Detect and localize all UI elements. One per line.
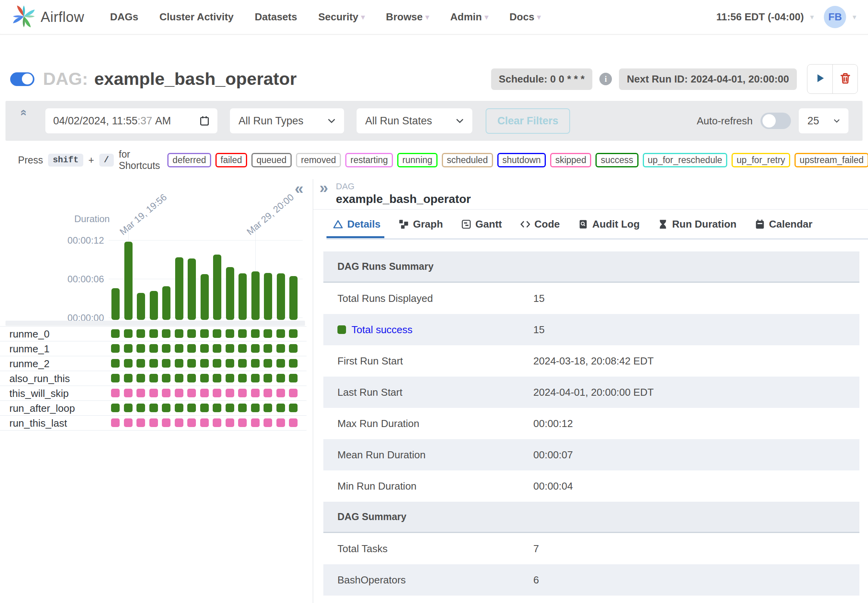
task-instance-square[interactable] xyxy=(226,389,234,397)
task-instance-square[interactable] xyxy=(187,404,196,412)
task-instance-square[interactable] xyxy=(187,344,196,353)
tab-graph[interactable]: Graph xyxy=(398,218,443,230)
legend-badge-up_for_reschedule[interactable]: up_for_reschedule xyxy=(643,153,728,167)
task-instance-square[interactable] xyxy=(264,389,272,397)
avatar[interactable]: FB xyxy=(824,6,846,28)
nav-item-datasets[interactable]: Datasets xyxy=(255,11,297,23)
task-instance-square[interactable] xyxy=(200,359,209,368)
task-instance-square[interactable] xyxy=(264,374,272,382)
task-instance-square[interactable] xyxy=(238,404,247,412)
task-instance-square[interactable] xyxy=(149,374,158,382)
task-instance-square[interactable] xyxy=(238,344,247,353)
task-instance-square[interactable] xyxy=(124,344,133,353)
task-instance-square[interactable] xyxy=(149,389,158,397)
task-instance-square[interactable] xyxy=(276,344,285,353)
tab-run-duration[interactable]: Run Duration xyxy=(658,218,737,230)
legend-badge-restarting[interactable]: restarting xyxy=(345,153,393,167)
task-instance-square[interactable] xyxy=(226,329,234,338)
task-instance-square[interactable] xyxy=(251,374,260,382)
task-instance-square[interactable] xyxy=(111,329,120,338)
dag-run-bar[interactable] xyxy=(137,293,145,320)
task-instance-square[interactable] xyxy=(289,374,298,382)
task-instance-square[interactable] xyxy=(124,329,133,338)
task-instance-square[interactable] xyxy=(264,404,272,412)
legend-badge-shutdown[interactable]: shutdown xyxy=(497,153,546,167)
task-instance-square[interactable] xyxy=(213,389,221,397)
task-instance-square[interactable] xyxy=(251,344,260,353)
auto-refresh-toggle[interactable] xyxy=(760,113,791,129)
nav-item-dags[interactable]: DAGs xyxy=(110,11,138,23)
task-instance-square[interactable] xyxy=(251,418,260,427)
task-instance-square[interactable] xyxy=(226,374,234,382)
dag-run-bar[interactable] xyxy=(277,273,285,320)
task-instance-square[interactable] xyxy=(238,329,247,338)
trigger-dag-button[interactable] xyxy=(807,65,832,93)
task-instance-square[interactable] xyxy=(276,374,285,382)
dag-run-bar[interactable] xyxy=(289,276,298,320)
task-instance-square[interactable] xyxy=(162,389,170,397)
tab-code[interactable]: Code xyxy=(520,218,560,230)
legend-badge-queued[interactable]: queued xyxy=(251,153,292,167)
legend-badge-failed[interactable]: failed xyxy=(215,153,247,167)
nav-item-browse[interactable]: Browse▾ xyxy=(386,11,429,23)
task-name[interactable]: run_this_last xyxy=(9,417,67,429)
task-instance-square[interactable] xyxy=(289,329,298,338)
nav-item-cluster-activity[interactable]: Cluster Activity xyxy=(160,11,234,23)
task-instance-square[interactable] xyxy=(289,359,298,368)
dag-run-bar[interactable] xyxy=(264,273,272,320)
task-instance-square[interactable] xyxy=(162,374,170,382)
task-instance-square[interactable] xyxy=(264,329,272,338)
task-name[interactable]: this_will_skip xyxy=(9,388,69,400)
dag-run-bar[interactable] xyxy=(226,267,234,320)
task-instance-square[interactable] xyxy=(276,359,285,368)
task-name[interactable]: runme_0 xyxy=(9,328,50,340)
task-instance-square[interactable] xyxy=(251,404,260,412)
clear-filters-button[interactable]: Clear Filters xyxy=(486,108,570,134)
task-instance-square[interactable] xyxy=(251,329,260,338)
task-instance-square[interactable] xyxy=(289,418,298,427)
collapse-grid-icon[interactable]: « xyxy=(295,180,303,197)
task-instance-square[interactable] xyxy=(136,344,145,353)
delete-dag-button[interactable] xyxy=(832,65,857,93)
legend-badge-upstream_failed[interactable]: upstream_failed xyxy=(794,153,868,167)
legend-badge-skipped[interactable]: skipped xyxy=(550,153,591,167)
task-instance-square[interactable] xyxy=(264,344,272,353)
task-instance-square[interactable] xyxy=(213,359,221,368)
task-instance-square[interactable] xyxy=(149,344,158,353)
dag-run-bar[interactable] xyxy=(150,291,158,320)
task-instance-square[interactable] xyxy=(149,418,158,427)
task-instance-square[interactable] xyxy=(136,389,145,397)
tab-gantt[interactable]: Gantt xyxy=(461,218,502,230)
tab-details[interactable]: Details xyxy=(333,218,380,230)
legend-badge-deferred[interactable]: deferred xyxy=(167,153,211,167)
page-size-select[interactable]: 25 xyxy=(799,108,848,133)
tab-calendar[interactable]: Calendar xyxy=(755,218,812,230)
base-date-input[interactable]: 04/02/2024, 11:55:37 AM xyxy=(45,108,217,133)
task-instance-square[interactable] xyxy=(289,389,298,397)
nav-item-admin[interactable]: Admin▾ xyxy=(450,11,488,23)
task-instance-square[interactable] xyxy=(162,344,170,353)
task-instance-square[interactable] xyxy=(251,359,260,368)
task-instance-square[interactable] xyxy=(149,404,158,412)
task-instance-square[interactable] xyxy=(276,329,285,338)
task-instance-square[interactable] xyxy=(111,344,120,353)
task-instance-square[interactable] xyxy=(175,389,183,397)
task-instance-square[interactable] xyxy=(124,389,133,397)
task-instance-square[interactable] xyxy=(175,329,183,338)
task-instance-square[interactable] xyxy=(213,404,221,412)
task-instance-square[interactable] xyxy=(162,329,170,338)
task-instance-square[interactable] xyxy=(289,404,298,412)
dag-run-bar[interactable] xyxy=(111,288,120,320)
task-instance-square[interactable] xyxy=(226,404,234,412)
task-instance-square[interactable] xyxy=(276,418,285,427)
task-instance-square[interactable] xyxy=(162,404,170,412)
expand-panel-icon[interactable]: » xyxy=(319,179,328,197)
task-instance-square[interactable] xyxy=(124,374,133,382)
calendar-input-icon[interactable] xyxy=(199,115,210,126)
task-instance-square[interactable] xyxy=(111,404,120,412)
legend-badge-removed[interactable]: removed xyxy=(296,153,341,167)
legend-badge-scheduled[interactable]: scheduled xyxy=(442,153,493,167)
legend-badge-up_for_retry[interactable]: up_for_retry xyxy=(732,153,790,167)
task-instance-square[interactable] xyxy=(200,389,209,397)
task-instance-square[interactable] xyxy=(175,344,183,353)
